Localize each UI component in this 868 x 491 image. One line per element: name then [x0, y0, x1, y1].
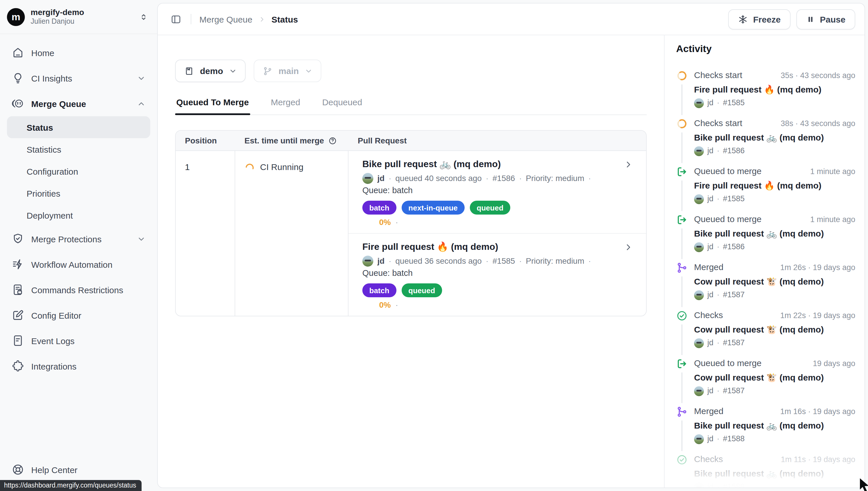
sidebar-item-event-logs[interactable]: Event Logs [7, 328, 150, 353]
activity-author: jd [707, 385, 713, 397]
snowflake-icon [738, 14, 748, 24]
repository-select[interactable]: demo [175, 60, 246, 82]
col-position: Position [176, 131, 235, 150]
pr-title[interactable]: Fire pull request 🔥 (mq demo) [362, 241, 632, 253]
activity-pr-number: #1588 [723, 433, 745, 445]
puzzle-icon [11, 360, 24, 372]
sidebar-item-label: CI Insights [31, 73, 130, 83]
sidebar-item-deployment[interactable]: Deployment [7, 204, 150, 226]
sidebar-item-merge-queue[interactable]: Merge Queue [7, 91, 150, 116]
topbar: Merge Queue Status Freeze Pause [158, 3, 865, 35]
merge-queue-icon [11, 97, 24, 110]
activity-pr-title[interactable]: Bike pull request 🚲 (mq demo) [694, 131, 855, 144]
queued-to-merge-icon [676, 166, 688, 177]
chevron-up-icon [137, 99, 146, 108]
tab-queued-to-merge[interactable]: Queued To Merge [175, 97, 250, 115]
activity-pr-title[interactable]: Fire pull request 🔥 (mq demo) [694, 179, 855, 192]
sidebar-item-config-editor[interactable]: Config Editor [7, 302, 150, 328]
shield-check-icon [11, 232, 24, 245]
queue-tabs: Queued To Merge Merged Dequeued [175, 97, 647, 115]
sidebar-item-workflow-automation[interactable]: Workflow Automation [7, 252, 150, 277]
sidebar-nav: Home CI Insights Merge Queue [0, 34, 157, 457]
activity-author: jd [707, 481, 713, 488]
activity-pr-title[interactable]: Cow pull request 🐮 (mq demo) [694, 371, 855, 384]
check-circle-icon [676, 454, 688, 466]
unfold-icon [139, 12, 148, 21]
activity-pr-number: #1586 [723, 241, 745, 253]
sidebar-item-label: Event Logs [31, 336, 146, 346]
pull-request-row[interactable]: Bike pull request 🚲 (mq demo) jd · queue… [348, 151, 646, 233]
sidebar-item-status[interactable]: Status [7, 116, 150, 138]
activity-author: jd [707, 289, 713, 301]
sidebar-item-label: Config Editor [31, 310, 146, 320]
home-icon [11, 46, 24, 59]
activity-time: 35s · 43 seconds ago [781, 70, 855, 82]
pr-queue-name: Queue: batch [362, 267, 632, 279]
activity-pr-number: #1588 [723, 481, 745, 488]
pull-request-row[interactable]: Fire pull request 🔥 (mq demo) jd · queue… [348, 233, 646, 316]
chevron-right-icon[interactable] [624, 242, 633, 252]
activity-list: Checks start35s · 43 seconds ago Fire pu… [676, 69, 855, 488]
sidebar-item-ci-insights[interactable]: CI Insights [7, 65, 150, 91]
activity-label: Queued to merge [694, 357, 762, 369]
tab-dequeued[interactable]: Dequeued [321, 97, 363, 115]
sidebar-item-label: Home [31, 48, 146, 58]
avatar [694, 146, 704, 156]
workflow-zap-icon [11, 258, 24, 271]
activity-time: 1m 22s · 19 days ago [780, 310, 855, 322]
activity-label: Merged [694, 405, 723, 417]
activity-author: jd [707, 97, 713, 109]
activity-pr-title[interactable]: Fire pull request 🔥 (mq demo) [694, 83, 855, 96]
branch-value: main [279, 66, 299, 76]
edit-icon [11, 309, 24, 322]
activity-pr-number: #1585 [723, 97, 745, 109]
sidebar-item-commands-restrictions[interactable]: Commands Restrictions [7, 277, 150, 302]
sidebar-item-integrations[interactable]: Integrations [7, 353, 150, 379]
help-center-link[interactable]: Help Center [7, 457, 150, 482]
activity-time: 1 minute ago [810, 166, 855, 177]
sidebar-item-home[interactable]: Home [7, 40, 150, 65]
org-switcher[interactable]: m mergify-demo Julien Danjou [0, 0, 157, 34]
pr-number: #1586 [493, 172, 515, 184]
activity-pr-title[interactable]: Cow pull request 🐮 (mq demo) [694, 323, 855, 336]
activity-pr-number: #1586 [723, 145, 745, 157]
col-pull-request: Pull Request [348, 131, 646, 150]
activity-author: jd [707, 433, 713, 445]
activity-pr-title[interactable]: Bike pull request 🚲 (mq demo) [694, 227, 855, 240]
activity-panel: Activity Checks start35s · 43 seconds ag… [664, 35, 865, 488]
check-circle-icon [676, 310, 688, 322]
activity-item: Checks start38s · 43 seconds ago Bike pu… [676, 117, 855, 157]
sidebar-item-merge-protections[interactable]: Merge Protections [7, 226, 150, 252]
pr-title[interactable]: Bike pull request 🚲 (mq demo) [362, 158, 632, 170]
activity-pr-title[interactable]: Cow pull request 🐮 (mq demo) [694, 275, 855, 288]
file-text-icon [11, 334, 24, 347]
pr-queue-name: Queue: batch [362, 184, 632, 196]
activity-pr-title[interactable]: Bike pull request 🚲 (mq demo) [694, 419, 855, 432]
breadcrumb-section[interactable]: Merge Queue [199, 14, 252, 24]
sidebar-toggle-button[interactable] [168, 11, 184, 27]
activity-author: jd [707, 337, 713, 349]
pr-number: #1585 [493, 255, 515, 267]
avatar [694, 194, 704, 204]
freeze-button[interactable]: Freeze [728, 9, 790, 29]
activity-item: Merged1m 16s · 19 days ago Bike pull req… [676, 405, 855, 445]
sidebar-item-priorities[interactable]: Priorities [7, 182, 150, 204]
activity-item: Checks start35s · 43 seconds ago Fire pu… [676, 69, 855, 109]
branch-select[interactable]: main [254, 60, 321, 82]
avatar [694, 434, 704, 444]
badge-queued: queued [401, 283, 442, 297]
avatar [362, 173, 373, 183]
activity-time: 1m 16s · 19 days ago [780, 406, 855, 417]
sidebar-item-statistics[interactable]: Statistics [7, 138, 150, 160]
activity-pr-number: #1587 [723, 385, 745, 397]
activity-pr-title[interactable]: Bike pull request 🚲 (mq demo) [694, 467, 855, 480]
pause-button[interactable]: Pause [796, 9, 855, 29]
help-circle-icon[interactable] [328, 136, 337, 145]
chevron-right-icon[interactable] [624, 160, 633, 169]
sidebar-item-configuration[interactable]: Configuration [7, 160, 150, 182]
avatar [694, 338, 704, 348]
repository-icon [184, 66, 194, 76]
tab-merged[interactable]: Merged [270, 97, 301, 115]
pr-progress-percent: 0% [379, 217, 391, 228]
breadcrumb-page: Status [271, 14, 298, 24]
